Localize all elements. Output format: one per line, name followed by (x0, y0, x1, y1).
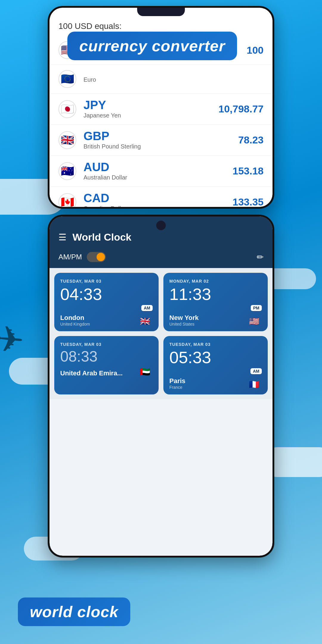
currency-item-jpy[interactable]: 🇯🇵 JPY Japanese Yen 10,798.77 (49, 94, 273, 125)
london-bottom: London United Kingdom 🇬🇧 (60, 314, 153, 326)
london-date: TUESDAY, MAR 03 (60, 279, 153, 284)
london-time: 04:33 (60, 286, 153, 303)
jpy-name: Japanese Yen (83, 112, 121, 119)
world-clock-phone-frame: ☰ World Clock AM/PM ✏ TUESDAY, MAR 03 04… (48, 215, 274, 558)
world-clock-screen: ☰ World Clock AM/PM ✏ TUESDAY, MAR 03 04… (49, 216, 273, 556)
currency-screen: 100 USD equals: 🇺🇸 USD 100 🇪🇺 Euro (49, 8, 273, 207)
london-flag: 🇬🇧 (137, 316, 153, 326)
jpy-value: 10,798.77 (219, 103, 264, 115)
currency-phone-frame: 100 USD equals: 🇺🇸 USD 100 🇪🇺 Euro (48, 6, 274, 209)
airplane-decoration: ✈ (0, 318, 26, 362)
currency-item-gbp[interactable]: 🇬🇧 GBP British Pound Sterling 78.23 (49, 125, 273, 156)
ampm-label: AM/PM (58, 253, 82, 261)
uae-date: TUESDAY, MAR 03 (60, 342, 153, 347)
world-clock-toolbar: AM/PM ✏ (49, 249, 273, 268)
aud-value: 153.18 (233, 165, 264, 177)
gbp-flag: 🇬🇧 (58, 131, 76, 149)
cad-code: CAD (83, 192, 126, 204)
uae-time: 08:33 (60, 349, 153, 364)
ampm-toggle[interactable] (87, 252, 106, 262)
newyork-bottom: New York United States 🇺🇸 (169, 314, 262, 326)
world-clock-label-text: world clock (30, 603, 118, 620)
newyork-time: 11:33 (169, 286, 262, 303)
aud-name: Australian Dollar (83, 174, 127, 181)
newyork-ampm: PM (251, 305, 262, 311)
currency-banner-text: currency converter (79, 37, 225, 55)
currency-item-eur[interactable]: 🇪🇺 Euro (49, 65, 273, 94)
paris-city: Paris (169, 377, 185, 385)
cad-value: 133.35 (233, 196, 264, 207)
newyork-date: MONDAY, MAR 02 (169, 279, 262, 284)
uae-city: United Arab Emira... (60, 369, 123, 377)
paris-country: France (169, 385, 185, 390)
currency-item-aud[interactable]: 🇦🇺 AUD Australian Dollar 153.18 (49, 156, 273, 187)
toggle-knob (97, 253, 105, 261)
london-city: London (60, 314, 90, 322)
aud-flag: 🇦🇺 (58, 162, 76, 180)
paris-ampm: AM (250, 368, 262, 374)
london-country: United Kingdom (60, 322, 90, 326)
eur-flag: 🇪🇺 (58, 70, 76, 88)
cad-name: Canadian Dollar (83, 205, 126, 207)
gbp-name: British Pound Sterling (83, 143, 141, 150)
jpy-code: JPY (83, 99, 121, 111)
aud-code: AUD (83, 161, 127, 173)
newyork-flag: 🇺🇸 (246, 316, 262, 326)
paris-bottom: Paris France 🇫🇷 (169, 377, 262, 390)
cad-flag: 🇨🇦 (58, 193, 76, 207)
uae-flag: 🇦🇪 (137, 366, 153, 377)
clock-card-london[interactable]: TUESDAY, MAR 03 04:33 AM London United K… (54, 273, 159, 331)
newyork-country: United States (169, 322, 199, 326)
clock-card-uae[interactable]: TUESDAY, MAR 03 08:33 United Arab Emira.… (54, 336, 159, 394)
phone-notch (137, 8, 185, 16)
paris-date: TUESDAY, MAR 03 (169, 342, 262, 347)
phone-notch-bottom (156, 221, 166, 230)
newyork-city: New York (169, 314, 199, 322)
world-clock-title: World Clock (72, 231, 131, 243)
paris-time: 05:33 (169, 349, 262, 366)
world-clock-label-banner: world clock (18, 597, 130, 626)
jpy-flag: 🇯🇵 (58, 100, 76, 118)
currency-item-cad[interactable]: 🇨🇦 CAD Canadian Dollar 133.35 (49, 187, 273, 207)
ampm-section: AM/PM (58, 252, 106, 262)
paris-flag: 🇫🇷 (246, 379, 262, 390)
gbp-code: GBP (83, 130, 141, 142)
gbp-value: 78.23 (238, 134, 264, 146)
usd-value: 100 (247, 44, 264, 56)
clock-card-newyork[interactable]: MONDAY, MAR 02 11:33 PM New York United … (163, 273, 268, 331)
eur-name: Euro (83, 76, 96, 83)
london-ampm: AM (141, 305, 153, 311)
hamburger-menu-icon[interactable]: ☰ (58, 232, 66, 242)
clock-grid: TUESDAY, MAR 03 04:33 AM London United K… (49, 268, 273, 399)
clock-card-paris[interactable]: TUESDAY, MAR 03 05:33 AM Paris France 🇫🇷 (163, 336, 268, 394)
edit-icon[interactable]: ✏ (257, 252, 264, 262)
uae-bottom: United Arab Emira... 🇦🇪 (60, 366, 153, 377)
currency-banner: currency converter (67, 32, 237, 60)
